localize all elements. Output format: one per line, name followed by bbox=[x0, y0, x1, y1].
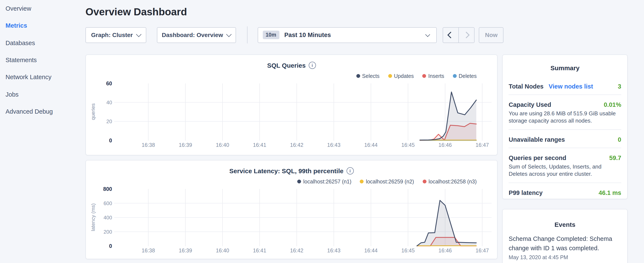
app-root: OverviewMetricsDatabasesStatementsNetwor… bbox=[0, 0, 644, 263]
time-now-button[interactable]: Now bbox=[479, 27, 504, 43]
sidebar-nav-list: OverviewMetricsDatabasesStatementsNetwor… bbox=[0, 0, 85, 120]
summary-row: Total NodesView nodes list3 bbox=[509, 76, 621, 95]
svg-text:40: 40 bbox=[106, 99, 112, 105]
summary-row-top: Unavailable ranges0 bbox=[509, 136, 621, 143]
page-title: Overview Dashboard bbox=[86, 6, 187, 18]
svg-text:0: 0 bbox=[109, 137, 112, 143]
svg-text:16:46: 16:46 bbox=[438, 142, 452, 148]
toolbar-divider bbox=[247, 26, 247, 43]
sidebar-item-advanced-debug[interactable]: Advanced Debug bbox=[6, 103, 85, 120]
sidebar-item-metrics[interactable]: Metrics bbox=[6, 17, 85, 35]
svg-text:16:42: 16:42 bbox=[290, 142, 304, 148]
svg-text:800: 800 bbox=[103, 186, 112, 192]
event-timestamp: May 13, 2020 at 4:45 PM bbox=[509, 254, 621, 260]
sidebar-item-statements[interactable]: Statements bbox=[6, 52, 85, 69]
summary-value: 59.7 bbox=[609, 154, 621, 161]
svg-text:400: 400 bbox=[104, 214, 112, 220]
chevron-down-icon bbox=[226, 32, 232, 37]
svg-text:16:43: 16:43 bbox=[327, 247, 340, 253]
summary-value: 46.1 ms bbox=[599, 189, 621, 196]
svg-text:16:38: 16:38 bbox=[142, 247, 155, 253]
summary-label: P99 latency bbox=[509, 189, 543, 196]
events-list: Schema Change Completed: Schema change w… bbox=[503, 234, 627, 260]
service-latency-plot[interactable]: 16:3816:3916:4016:4116:4216:4316:4416:45… bbox=[86, 160, 497, 259]
graph-scope-label: Graph: Cluster bbox=[91, 32, 133, 38]
sql-queries-chart-card: SQL Queries i SelectsUpdatesInsertsDelet… bbox=[86, 54, 498, 155]
summary-value: 0 bbox=[618, 136, 621, 143]
summary-title: Summary bbox=[503, 64, 627, 71]
svg-text:16:41: 16:41 bbox=[253, 142, 266, 148]
svg-text:16:47: 16:47 bbox=[476, 247, 489, 253]
chevron-left-icon bbox=[448, 32, 454, 38]
svg-text:16:41: 16:41 bbox=[253, 247, 266, 253]
sidebar-item-overview[interactable]: Overview bbox=[6, 0, 85, 17]
svg-text:16:42: 16:42 bbox=[290, 247, 304, 253]
events-card: Events Schema Change Completed: Schema c… bbox=[502, 209, 628, 263]
view-nodes-list-link[interactable]: View nodes list bbox=[548, 83, 593, 90]
chevron-down-icon bbox=[426, 32, 430, 37]
summary-label: Unavailable ranges bbox=[509, 136, 565, 143]
svg-text:latency (ms): latency (ms) bbox=[90, 203, 96, 231]
events-title: Events bbox=[503, 221, 627, 228]
svg-text:16:47: 16:47 bbox=[476, 142, 489, 148]
svg-text:0: 0 bbox=[109, 243, 112, 249]
dashboard-dropdown[interactable]: Dashboard: Overview bbox=[157, 27, 236, 43]
svg-text:16:39: 16:39 bbox=[179, 142, 192, 148]
summary-description: You are using 28.6 MiB of 515.9 GiB usab… bbox=[509, 110, 621, 124]
sidebar-item-network-latency[interactable]: Network Latency bbox=[6, 69, 85, 86]
summary-label: Capacity Used bbox=[509, 101, 551, 108]
summary-row: P99 latency46.1 ms bbox=[509, 183, 621, 201]
time-prev-button[interactable] bbox=[443, 28, 459, 42]
summary-row-top: Queries per second59.7 bbox=[509, 154, 621, 161]
svg-text:16:43: 16:43 bbox=[327, 142, 340, 148]
svg-text:20: 20 bbox=[106, 118, 112, 124]
svg-text:queries: queries bbox=[90, 103, 96, 120]
svg-text:16:44: 16:44 bbox=[364, 142, 378, 148]
sql-queries-plot[interactable]: 16:3816:3916:4016:4116:4216:4316:4416:45… bbox=[86, 55, 497, 155]
svg-text:200: 200 bbox=[104, 229, 112, 234]
svg-text:60: 60 bbox=[106, 80, 112, 86]
summary-label: Queries per second bbox=[509, 154, 566, 161]
svg-text:16:40: 16:40 bbox=[216, 142, 229, 148]
summary-row-top: Capacity Used0.01% bbox=[509, 101, 621, 108]
service-latency-chart-card: Service Latency: SQL, 99th percentile i … bbox=[86, 160, 498, 259]
summary-label: Total Nodes bbox=[509, 83, 544, 90]
chevron-down-icon bbox=[136, 32, 142, 37]
summary-description: Sum of Selects, Updates, Inserts, and De… bbox=[509, 163, 621, 178]
graph-scope-dropdown[interactable]: Graph: Cluster bbox=[86, 27, 146, 43]
svg-text:16:40: 16:40 bbox=[216, 247, 229, 253]
chart-svg: 16:3816:3916:4016:4116:4216:4316:4416:45… bbox=[86, 160, 497, 259]
summary-row: Capacity Used0.01%You are using 28.6 MiB… bbox=[509, 95, 621, 130]
sidebar-item-databases[interactable]: Databases bbox=[6, 34, 85, 52]
summary-card: Summary Total NodesView nodes list3Capac… bbox=[502, 54, 628, 199]
summary-row: Queries per second59.7Sum of Selects, Up… bbox=[509, 148, 621, 183]
summary-rows: Total NodesView nodes list3Capacity Used… bbox=[503, 76, 627, 201]
summary-value: 0.01% bbox=[604, 101, 621, 108]
svg-text:16:39: 16:39 bbox=[179, 247, 192, 253]
sidebar: OverviewMetricsDatabasesStatementsNetwor… bbox=[0, 0, 85, 263]
summary-row-top: P99 latency46.1 ms bbox=[509, 189, 621, 196]
time-nav-group bbox=[443, 27, 474, 43]
summary-row-top: Total NodesView nodes list3 bbox=[509, 83, 621, 90]
svg-text:16:44: 16:44 bbox=[364, 247, 378, 253]
chevron-right-icon bbox=[463, 32, 470, 38]
svg-text:16:46: 16:46 bbox=[438, 247, 452, 253]
summary-row: Unavailable ranges0 bbox=[509, 130, 621, 148]
svg-text:600: 600 bbox=[104, 200, 112, 206]
event-text: Schema Change Completed: Schema change w… bbox=[509, 234, 621, 252]
time-range-dropdown[interactable]: 10m Past 10 Minutes bbox=[258, 27, 436, 43]
time-next-button[interactable] bbox=[459, 28, 474, 42]
chart-svg: 16:3816:3916:4016:4116:4216:4316:4416:45… bbox=[86, 55, 497, 155]
sidebar-item-jobs[interactable]: Jobs bbox=[6, 86, 85, 103]
svg-text:16:38: 16:38 bbox=[142, 142, 155, 148]
svg-text:16:45: 16:45 bbox=[402, 247, 415, 253]
svg-text:16:45: 16:45 bbox=[402, 142, 415, 148]
summary-value: 3 bbox=[618, 83, 621, 90]
dashboard-label: Dashboard: Overview bbox=[162, 32, 223, 38]
time-range-badge: 10m bbox=[262, 31, 279, 39]
time-range-label: Past 10 Minutes bbox=[284, 32, 331, 38]
